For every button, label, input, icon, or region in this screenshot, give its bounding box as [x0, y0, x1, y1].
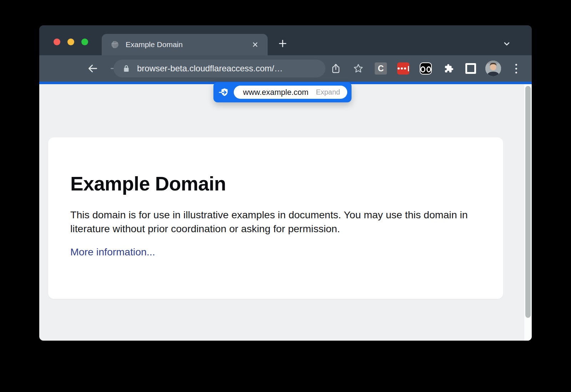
close-window-button[interactable] — [54, 39, 60, 45]
globe-favicon-icon — [110, 40, 120, 49]
bookmark-star-icon[interactable] — [352, 62, 365, 75]
browser-menu-icon[interactable] — [510, 62, 522, 75]
tab-strip: Example Domain — [39, 25, 532, 55]
isolation-host-bar[interactable]: www.example.com Expand — [213, 82, 352, 102]
new-tab-button[interactable] — [275, 36, 290, 51]
profile-avatar[interactable] — [485, 61, 501, 76]
more-information-link[interactable]: More information... — [70, 246, 155, 258]
minimize-window-button[interactable] — [67, 39, 74, 45]
shield-arrow-icon — [213, 87, 234, 98]
isolated-host-text: www.example.com — [243, 88, 308, 97]
page-heading: Example Domain — [70, 172, 481, 195]
expand-button[interactable]: Expand — [316, 88, 340, 96]
password-manager-extension-icon[interactable] — [397, 62, 409, 75]
page-paragraph: This domain is for use in illustrative e… — [70, 208, 481, 235]
c-extension-icon[interactable]: C — [375, 62, 387, 75]
extensions-puzzle-icon[interactable] — [442, 62, 455, 75]
url-text: browser-beta.cloudflareaccess.com/… — [137, 63, 283, 73]
page-card: Example Domain This domain is for use in… — [48, 137, 503, 299]
back-button[interactable] — [86, 62, 99, 75]
tab-close-icon[interactable] — [251, 40, 260, 49]
tab-title: Example Domain — [126, 40, 251, 49]
zoom-window-button[interactable] — [81, 39, 88, 45]
toolbar: browser-beta.cloudflareaccess.com/… C — [39, 55, 532, 82]
browser-tab[interactable]: Example Domain — [102, 34, 268, 55]
address-bar[interactable]: browser-beta.cloudflareaccess.com/… — [113, 60, 325, 77]
scrollbar-thumb[interactable] — [525, 86, 531, 318]
side-panel-icon[interactable] — [465, 63, 476, 74]
page-viewport: www.example.com Expand Example Domain Th… — [39, 84, 532, 341]
tab-search-chevron-icon[interactable] — [500, 37, 513, 50]
goggles-extension-icon[interactable] — [420, 62, 432, 75]
lock-icon[interactable] — [122, 64, 131, 73]
browser-window: Example Domain — [39, 25, 532, 341]
isolation-host-pill[interactable]: www.example.com Expand — [234, 86, 347, 99]
share-icon[interactable] — [329, 62, 342, 75]
traffic-lights — [54, 39, 88, 45]
